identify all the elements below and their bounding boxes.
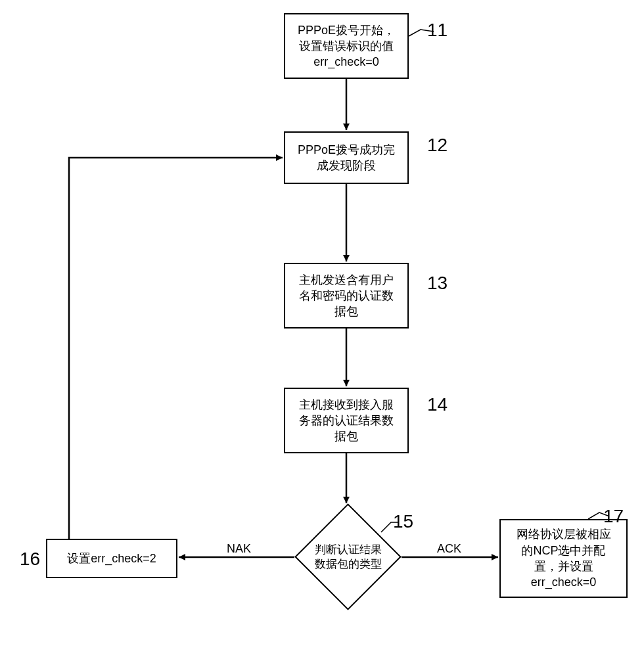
label-12: 12 [427, 135, 448, 156]
node-11: PPPoE拨号开始，设置错误标识的值err_check=0 [284, 13, 409, 79]
label-13: 13 [427, 273, 448, 294]
edge-label-ack: ACK [437, 542, 461, 556]
node-12: PPPoE拨号成功完成发现阶段 [284, 131, 409, 184]
node-13: 主机发送含有用户名和密码的认证数据包 [284, 263, 409, 328]
label-11: 11 [427, 20, 448, 41]
node-17-text: 网络协议层被相应的NCP选中并配置，并设置err_check=0 [517, 526, 611, 590]
node-14: 主机接收到接入服务器的认证结果数据包 [284, 388, 409, 453]
node-11-text: PPPoE拨号开始，设置错误标识的值err_check=0 [298, 22, 395, 70]
node-16: 设置err_check=2 [46, 539, 177, 578]
node-13-text: 主机发送含有用户名和密码的认证数据包 [299, 272, 394, 320]
label-15: 15 [393, 511, 413, 532]
edge-label-nak: NAK [227, 542, 251, 556]
node-14-text: 主机接收到接入服务器的认证结果数据包 [299, 397, 394, 445]
node-12-text: PPPoE拨号成功完成发现阶段 [298, 142, 395, 174]
node-15: 判断认证结果数据包的类型 [294, 503, 402, 610]
node-15-text: 判断认证结果数据包的类型 [315, 543, 382, 570]
label-14: 14 [427, 394, 448, 415]
label-17: 17 [603, 506, 624, 527]
node-17: 网络协议层被相应的NCP选中并配置，并设置err_check=0 [499, 519, 628, 598]
label-16: 16 [20, 549, 40, 570]
node-16-text: 设置err_check=2 [67, 551, 156, 566]
